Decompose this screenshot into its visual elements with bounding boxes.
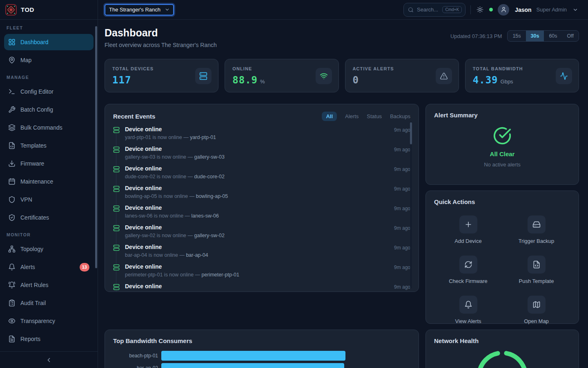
bell-ring-icon	[8, 281, 16, 289]
server-icon	[113, 245, 120, 251]
event-device: gallery-sw-02	[194, 233, 225, 238]
calendar-icon	[8, 178, 16, 185]
user-menu-button[interactable]	[572, 6, 579, 13]
event-title: Device online	[125, 263, 389, 270]
sidebar-item-reports[interactable]: Reports	[4, 331, 94, 347]
quick-action-open-map[interactable]: Open Map	[502, 296, 570, 324]
bandwidth-device-label: bar-ap-02	[113, 365, 158, 368]
activity-icon	[556, 68, 572, 84]
sidebar-item-label: Bulk Commands	[20, 124, 62, 131]
sidebar-item-certificates[interactable]: Certificates	[4, 209, 94, 226]
events-scrollbar-thumb[interactable]	[410, 122, 412, 144]
sidebar-item-batch-config[interactable]: Batch Config	[4, 101, 94, 118]
interval-button-30s[interactable]: 30s	[526, 31, 544, 41]
sidebar-collapse-button[interactable]	[0, 351, 98, 368]
event-message: perimeter-ptp-01 is now online	[125, 272, 194, 278]
events-tab-backups[interactable]: Backups	[390, 113, 410, 119]
stat-value: 117	[112, 74, 131, 86]
event-time: 9m ago	[394, 224, 410, 231]
bandwidth-row: beach-ptp-01	[113, 351, 410, 361]
search-input[interactable]: Search... Cmd+K	[403, 3, 466, 17]
shield-icon	[8, 196, 16, 203]
event-row[interactable]: Device onlinegallery-sw-03 is now online…	[113, 146, 410, 165]
avatar[interactable]	[498, 4, 509, 16]
sidebar-scrollbar[interactable]	[95, 26, 97, 268]
event-row[interactable]: Device onlinegallery-sw-02 is now online…	[113, 224, 410, 244]
quick-actions-card: Quick Actions Add DeviceTrigger BackupCh…	[425, 191, 579, 324]
sidebar-item-label: Templates	[20, 142, 47, 149]
sun-icon	[477, 6, 483, 13]
stat-unit: %	[260, 79, 265, 85]
sidebar-item-config-editor[interactable]: Config Editor	[4, 83, 94, 100]
stat-value: 88.9	[232, 74, 258, 86]
plus-icon	[459, 215, 477, 233]
sidebar-item-alerts[interactable]: Alerts13	[4, 259, 94, 275]
sidebar-item-topology[interactable]: Topology	[4, 241, 94, 257]
site-selector[interactable]: The Stranger's Ranch	[105, 4, 174, 16]
event-device: gallery-sw-03	[194, 154, 225, 160]
events-tab-alerts[interactable]: Alerts	[345, 113, 359, 119]
event-row[interactable]: Device onlineyard-ptp-01 is now online —…	[113, 126, 410, 146]
alert-summary-status: All Clear	[490, 150, 515, 157]
search-icon	[408, 7, 414, 13]
layout-grid-icon	[8, 38, 16, 46]
quick-action-label: View Alerts	[455, 318, 481, 324]
theme-toggle-button[interactable]	[476, 5, 484, 14]
sidebar-item-label: Reports	[20, 336, 40, 342]
quick-action-check-firmware[interactable]: Check Firmware	[434, 256, 502, 284]
bandwidth-row: bar-ap-02	[113, 363, 410, 368]
content: Dashboard Fleet overview across The Stra…	[98, 20, 588, 368]
sidebar-item-label: Map	[20, 57, 31, 63]
bandwidth-device-label: beach-ptp-01	[113, 353, 158, 359]
interval-button-off[interactable]: Off	[562, 31, 579, 41]
main-area: The Stranger's Ranch Search... Cmd+K Jas…	[98, 0, 588, 368]
search-shortcut-badge: Cmd+K	[442, 6, 462, 13]
quick-action-view-alerts[interactable]: View Alerts	[434, 296, 502, 324]
bandwidth-bar[interactable]	[161, 363, 344, 368]
quick-action-push-template[interactable]: Push Template	[502, 256, 570, 284]
event-row[interactable]: Device onlineperimeter-ptp-01 is now onl…	[113, 263, 410, 283]
event-detail: gallery-sw-03 is now online — gallery-sw…	[125, 154, 389, 160]
event-row[interactable]: Device onlinedude-core-02 is now online …	[113, 165, 410, 185]
event-time: 9m ago	[394, 185, 410, 192]
event-row[interactable]: Device onlinelanes-sw-06 is now online —…	[113, 204, 410, 224]
quick-actions-grid: Add DeviceTrigger BackupCheck FirmwarePu…	[434, 215, 570, 324]
sidebar-item-map[interactable]: Map	[4, 52, 94, 68]
server-icon	[113, 166, 120, 173]
event-title: Device online	[125, 224, 389, 231]
event-row[interactable]: Device onlinebowling-ap-05 is now online…	[113, 185, 410, 204]
event-message: bar-ap-04 is now online	[125, 252, 178, 258]
sidebar-item-dashboard[interactable]: Dashboard	[4, 34, 94, 50]
sidebar-item-firmware[interactable]: Firmware	[4, 155, 94, 172]
last-updated-text: Updated 07:36:13 PM	[450, 33, 502, 39]
sidebar-item-vpn[interactable]: VPN	[4, 191, 94, 208]
bell-icon	[8, 263, 16, 271]
sidebar-section-label: FLEET	[7, 25, 91, 30]
sidebar-item-transparency[interactable]: Transparency	[4, 313, 94, 329]
events-scrollbar[interactable]	[410, 121, 412, 288]
interval-button-15s[interactable]: 15s	[508, 31, 526, 41]
quick-action-trigger-backup[interactable]: Trigger Backup	[502, 215, 570, 244]
hard-drive-icon	[528, 215, 546, 233]
events-tab-all[interactable]: All	[322, 112, 337, 121]
sidebar: TOD FLEETDashboardMapMANAGEConfig Editor…	[0, 0, 98, 368]
event-title: Device online	[125, 204, 389, 211]
event-row[interactable]: Device online9m ago	[113, 283, 410, 292]
alert-triangle-icon	[436, 68, 452, 84]
quick-action-label: Open Map	[524, 318, 549, 324]
event-row[interactable]: Device onlinebar-ap-04 is now online — b…	[113, 244, 410, 263]
event-title: Device online	[125, 185, 389, 191]
sidebar-item-alert-rules[interactable]: Alert Rules	[4, 277, 94, 293]
sidebar-item-maintenance[interactable]: Maintenance	[4, 173, 94, 190]
stat-card-total-bandwidth: TOTAL BANDWIDTH4.39Gbps	[465, 59, 579, 92]
events-tab-status[interactable]: Status	[367, 113, 382, 119]
sidebar-item-audit-trail[interactable]: Audit Trail	[4, 295, 94, 311]
sidebar-item-templates[interactable]: Templates	[4, 137, 94, 154]
bandwidth-bar[interactable]	[161, 351, 345, 361]
quick-action-add-device[interactable]: Add Device	[434, 215, 502, 244]
stat-value: 4.39	[473, 74, 498, 86]
sidebar-item-bulk-commands[interactable]: Bulk Commands	[4, 119, 94, 136]
event-time: 9m ago	[394, 204, 410, 211]
event-message: lanes-sw-06 is now online	[125, 213, 183, 219]
interval-button-60s[interactable]: 60s	[544, 31, 562, 41]
